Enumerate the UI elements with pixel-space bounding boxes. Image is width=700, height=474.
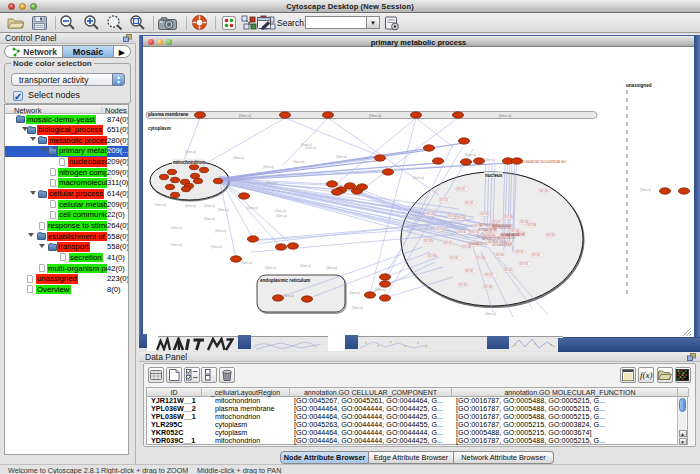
svg-text:GO:00: GO:00 [459, 283, 468, 287]
svg-text:GO:00: GO:00 [520, 262, 529, 266]
svg-text:(Gen-a): (Gen-a) [326, 266, 337, 270]
svg-text:GO:0044 GO:01: GO:0044 GO:01 [488, 240, 507, 244]
svg-text:(Gen-a): (Gen-a) [218, 208, 229, 212]
svg-text:cytoplasm: cytoplasm [148, 126, 171, 131]
svg-text:GO:00: GO:00 [450, 256, 459, 260]
svg-text:[Gen-a]: [Gen-a] [239, 114, 251, 118]
svg-text:GO:00: GO:00 [440, 198, 449, 202]
svg-text:GO:00: GO:00 [465, 269, 474, 273]
svg-text:(Gen-a): (Gen-a) [204, 217, 215, 221]
svg-text:(Gen-a): (Gen-a) [247, 206, 258, 210]
svg-text:GO:00: GO:00 [485, 273, 494, 277]
svg-text:GO:00: GO:00 [457, 216, 466, 220]
svg-text:[Gen-a]: [Gen-a] [369, 114, 381, 118]
svg-text:(Gen-a): (Gen-a) [640, 188, 651, 192]
svg-text:(Gen-a): (Gen-a) [241, 261, 252, 265]
svg-text:GO:0044 GO:01: GO:0044 GO:01 [479, 223, 498, 227]
svg-text:GO:00: GO:00 [481, 212, 490, 216]
svg-text:(Gen-a): (Gen-a) [275, 209, 286, 213]
svg-text:(Gen-a): (Gen-a) [301, 143, 312, 147]
svg-text:(Gen-a): (Gen-a) [215, 229, 226, 233]
svg-text:mitochondrion: mitochondrion [173, 160, 205, 165]
svg-text:plasma membrane: plasma membrane [148, 112, 189, 117]
svg-text:GO:00: GO:00 [444, 241, 453, 245]
svg-text:(Gen-a): (Gen-a) [263, 165, 274, 169]
svg-text:GO:00: GO:00 [428, 254, 437, 258]
svg-text:(Gen-a): (Gen-a) [185, 150, 196, 154]
svg-text:(Gen-a): (Gen-a) [233, 156, 244, 160]
svg-text:(Gen-a): (Gen-a) [336, 155, 347, 159]
svg-text:(Gen-a): (Gen-a) [300, 264, 311, 268]
svg-text:GO:00: GO:00 [448, 214, 457, 218]
svg-text:GO:00: GO:00 [484, 285, 493, 289]
svg-text:(Gen-a): (Gen-a) [185, 204, 196, 208]
svg-text:(Gen-a): (Gen-a) [352, 306, 363, 310]
svg-text:[Gen-a]: [Gen-a] [499, 114, 511, 118]
svg-text:GO:00: GO:00 [496, 253, 505, 257]
svg-text:GO:00: GO:00 [476, 256, 485, 260]
svg-text:GO:00: GO:00 [436, 227, 445, 231]
svg-text:(Gen-a): (Gen-a) [293, 160, 304, 164]
svg-text:(Gen-a): (Gen-a) [171, 243, 182, 247]
svg-text:GO:00: GO:00 [426, 212, 435, 216]
svg-text:(Gen-a): (Gen-a) [283, 294, 294, 298]
svg-text:GO:00: GO:00 [457, 187, 466, 191]
svg-text:nucleus: nucleus [485, 173, 503, 178]
svg-text:GO:0044262 GO:0019538 GO: GO:0044262 GO:0019538 GO [520, 160, 566, 164]
svg-text:unassigned: unassigned [626, 83, 652, 88]
svg-text:(Gen-a): (Gen-a) [349, 291, 360, 295]
svg-text:(Gen-a): (Gen-a) [485, 312, 496, 316]
svg-text:GO:00: GO:00 [458, 230, 467, 234]
svg-text:(Gen-a): (Gen-a) [211, 245, 222, 249]
svg-text:endoplasmic reticulum: endoplasmic reticulum [260, 278, 310, 283]
svg-text:GO:0044 GO:01: GO:0044 GO:01 [469, 242, 488, 246]
svg-text:(Gen-a): (Gen-a) [465, 153, 476, 157]
svg-text:(Gen-a): (Gen-a) [413, 176, 424, 180]
svg-text:(Gen-a): (Gen-a) [266, 181, 277, 185]
svg-text:GO:00: GO:00 [504, 215, 513, 219]
svg-text:(Gen-a): (Gen-a) [276, 214, 287, 218]
svg-text:(Gen-a): (Gen-a) [204, 204, 215, 208]
svg-text:GO:00: GO:00 [504, 268, 513, 272]
svg-text:GO:0044 GO:01: GO:0044 GO:01 [501, 233, 520, 237]
svg-text:f(x): f(x) [640, 370, 653, 380]
svg-text:GO:00: GO:00 [527, 223, 536, 227]
svg-text:GO:00: GO:00 [465, 201, 474, 205]
svg-text:GO:00: GO:00 [532, 253, 541, 257]
svg-text:GO:00: GO:00 [546, 233, 555, 237]
svg-text:(Gen-a): (Gen-a) [484, 158, 495, 162]
svg-text:GO:00: GO:00 [539, 189, 548, 193]
svg-text:(Gen-a): (Gen-a) [171, 226, 182, 230]
svg-text:(Gen-a): (Gen-a) [375, 288, 386, 292]
svg-text:GO:00: GO:00 [515, 250, 524, 254]
svg-text:(Gen-a): (Gen-a) [155, 203, 166, 207]
svg-text:GO:00: GO:00 [424, 239, 433, 243]
svg-text:(Gen-a): (Gen-a) [265, 266, 276, 270]
